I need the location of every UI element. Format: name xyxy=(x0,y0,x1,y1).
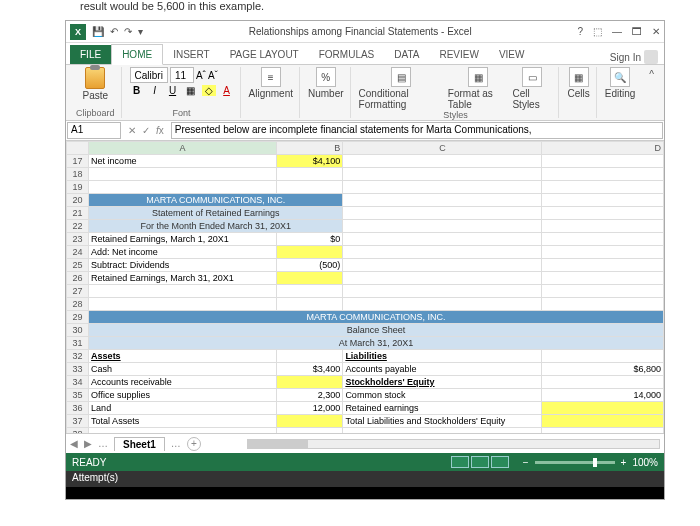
cell[interactable] xyxy=(343,194,542,207)
cell[interactable] xyxy=(542,155,664,168)
cell[interactable]: Land xyxy=(89,402,277,415)
page-break-view-icon[interactable] xyxy=(491,456,509,468)
cell[interactable] xyxy=(89,298,277,311)
cell[interactable] xyxy=(343,298,542,311)
cell[interactable]: Stockholders' Equity xyxy=(343,376,542,389)
cell[interactable] xyxy=(343,272,542,285)
zoom-in-icon[interactable]: + xyxy=(621,457,627,468)
cell[interactable] xyxy=(542,285,664,298)
add-sheet-button[interactable]: + xyxy=(187,437,201,451)
row-header[interactable]: 28 xyxy=(67,298,89,311)
cell[interactable] xyxy=(542,402,664,415)
cell[interactable]: Retained Earnings, March 1, 20X1 xyxy=(89,233,277,246)
close-icon[interactable]: ✕ xyxy=(652,26,660,37)
cell[interactable] xyxy=(343,259,542,272)
cell[interactable] xyxy=(343,207,542,220)
row-header[interactable]: 32 xyxy=(67,350,89,363)
editing-button[interactable]: 🔍Editing xyxy=(605,67,636,99)
formula-input[interactable]: Presented below are incomplete financial… xyxy=(171,122,663,139)
cell[interactable] xyxy=(542,194,664,207)
horizontal-scrollbar[interactable] xyxy=(247,439,660,449)
cell[interactable]: $6,800 xyxy=(542,363,664,376)
minimize-icon[interactable]: — xyxy=(612,26,622,37)
cell[interactable]: Common stock xyxy=(343,389,542,402)
tab-data[interactable]: DATA xyxy=(384,45,429,64)
tab-home[interactable]: HOME xyxy=(111,44,163,65)
tab-file[interactable]: FILE xyxy=(70,45,111,64)
cell[interactable] xyxy=(89,181,277,194)
row-header[interactable]: 31 xyxy=(67,337,89,350)
cell[interactable] xyxy=(277,298,343,311)
cell[interactable] xyxy=(343,246,542,259)
row-header[interactable]: 24 xyxy=(67,246,89,259)
cell[interactable] xyxy=(277,285,343,298)
tab-page-layout[interactable]: PAGE LAYOUT xyxy=(220,45,309,64)
fx-icon[interactable]: fx xyxy=(156,125,164,136)
cell-styles-button[interactable]: ▭Cell Styles xyxy=(512,67,552,110)
cell[interactable]: Office supplies xyxy=(89,389,277,402)
cell[interactable]: Subtract: Dividends xyxy=(89,259,277,272)
cell[interactable] xyxy=(542,168,664,181)
cell[interactable]: Statement of Retained Earnings xyxy=(89,207,343,220)
cell[interactable]: $3,400 xyxy=(277,363,343,376)
cell[interactable] xyxy=(277,376,343,389)
help-icon[interactable]: ? xyxy=(577,26,583,37)
underline-button[interactable]: U xyxy=(166,85,180,96)
cell[interactable]: Add: Net income xyxy=(89,246,277,259)
cell[interactable]: 14,000 xyxy=(542,389,664,402)
cell[interactable]: Total Liabilities and Stockholders' Equi… xyxy=(343,415,542,428)
cell[interactable] xyxy=(542,233,664,246)
page-layout-view-icon[interactable] xyxy=(471,456,489,468)
row-header[interactable]: 27 xyxy=(67,285,89,298)
row-header[interactable]: 25 xyxy=(67,259,89,272)
spreadsheet-grid[interactable]: ABCD17Net income$4,100181920MARTA COMMUN… xyxy=(66,141,664,433)
cell[interactable] xyxy=(89,285,277,298)
row-header[interactable]: 29 xyxy=(67,311,89,324)
cell[interactable] xyxy=(343,181,542,194)
row-header[interactable]: 26 xyxy=(67,272,89,285)
enter-fx-icon[interactable]: ✓ xyxy=(142,125,150,136)
redo-icon[interactable]: ↷ xyxy=(124,26,132,37)
bold-button[interactable]: B xyxy=(130,85,144,96)
cell[interactable] xyxy=(277,428,343,434)
cell[interactable] xyxy=(542,220,664,233)
row-header[interactable]: 19 xyxy=(67,181,89,194)
cell[interactable]: MARTA COMMUNICATIONS, INC. xyxy=(89,194,343,207)
row-header[interactable]: 35 xyxy=(67,389,89,402)
cells-button[interactable]: ▦Cells xyxy=(567,67,589,99)
row-header[interactable]: 23 xyxy=(67,233,89,246)
cell[interactable] xyxy=(542,428,664,434)
cell[interactable] xyxy=(343,220,542,233)
row-header[interactable]: 38 xyxy=(67,428,89,434)
cell[interactable] xyxy=(277,415,343,428)
name-box[interactable]: A1 xyxy=(67,122,121,139)
row-header[interactable]: 22 xyxy=(67,220,89,233)
zoom-out-icon[interactable]: − xyxy=(523,457,529,468)
cell[interactable]: Liabilities xyxy=(343,350,542,363)
tab-insert[interactable]: INSERT xyxy=(163,45,220,64)
number-button[interactable]: %Number xyxy=(308,67,344,99)
save-icon[interactable]: 💾 xyxy=(92,26,104,37)
sheet-nav-more-icon[interactable]: … xyxy=(98,438,108,449)
cell[interactable]: Retained earnings xyxy=(343,402,542,415)
cell[interactable] xyxy=(343,428,542,434)
col-header-B[interactable]: B xyxy=(277,142,343,155)
cell[interactable] xyxy=(542,207,664,220)
row-header[interactable]: 18 xyxy=(67,168,89,181)
font-color-button[interactable]: A xyxy=(220,85,234,96)
cell[interactable]: MARTA COMMUNICATIONS, INC. xyxy=(89,311,664,324)
cell[interactable] xyxy=(277,246,343,259)
cell[interactable] xyxy=(343,155,542,168)
sheet-tab[interactable]: Sheet1 xyxy=(114,437,165,451)
col-header-C[interactable]: C xyxy=(343,142,542,155)
row-header[interactable]: 37 xyxy=(67,415,89,428)
grow-font-icon[interactable]: Aˆ xyxy=(196,70,206,81)
cell[interactable] xyxy=(542,246,664,259)
cell[interactable] xyxy=(542,415,664,428)
sign-in[interactable]: Sign In xyxy=(610,50,658,64)
cell[interactable]: For the Month Ended March 31, 20X1 xyxy=(89,220,343,233)
scrollbar-thumb[interactable] xyxy=(248,440,308,448)
cell[interactable]: Net income xyxy=(89,155,277,168)
row-header[interactable]: 36 xyxy=(67,402,89,415)
cell[interactable]: Total Assets xyxy=(89,415,277,428)
